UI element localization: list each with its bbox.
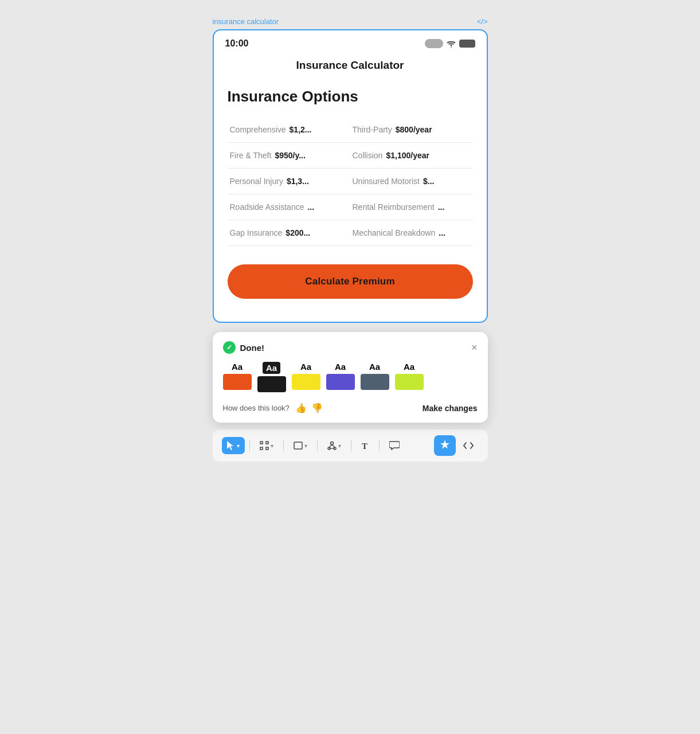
option-uninsured-motorist[interactable]: Uninsured Motorist $... bbox=[350, 169, 473, 194]
theme-aa-label: Aa bbox=[369, 362, 380, 372]
option-roadside-assistance[interactable]: Roadside Assistance ... bbox=[228, 194, 350, 220]
toolbar-divider-3 bbox=[317, 440, 318, 451]
option-name: Roadside Assistance bbox=[230, 202, 304, 212]
option-value: ... bbox=[438, 202, 445, 212]
theme-card-slate[interactable]: Aa bbox=[361, 362, 389, 392]
theme-swatch-orange bbox=[223, 374, 252, 390]
theme-card-lime[interactable]: Aa bbox=[395, 362, 424, 392]
text-tool-button[interactable]: T bbox=[356, 437, 374, 454]
bubble-icon bbox=[389, 441, 400, 450]
theme-swatch-lime bbox=[395, 374, 424, 390]
feedback-question: How does this look? bbox=[223, 404, 290, 412]
theme-card-orange[interactable]: Aa bbox=[223, 362, 252, 392]
option-name: Collision bbox=[353, 151, 383, 160]
option-mechanical-breakdown[interactable]: Mechanical Breakdown ... bbox=[350, 220, 473, 246]
checkmark-icon: ✓ bbox=[226, 343, 232, 352]
theme-card-yellow[interactable]: Aa bbox=[292, 362, 320, 392]
option-rental-reimbursement[interactable]: Rental Reimbursement ... bbox=[350, 194, 473, 220]
option-value: $1,100/year bbox=[386, 151, 429, 160]
option-name: Fire & Theft bbox=[230, 151, 272, 160]
svg-marker-0 bbox=[227, 441, 233, 450]
status-bar: 10:00 bbox=[214, 30, 487, 53]
toolbar-divider-2 bbox=[283, 440, 284, 451]
pen-tool-button[interactable]: ▾ bbox=[322, 437, 346, 454]
rect-tool-button[interactable]: ▾ bbox=[288, 438, 312, 454]
signal-icon bbox=[425, 39, 443, 48]
svg-line-10 bbox=[332, 445, 335, 448]
toolbar-right-group bbox=[434, 435, 479, 456]
option-comprehensive[interactable]: Comprehensive $1,2... bbox=[228, 117, 350, 143]
code-tool-button[interactable] bbox=[458, 438, 479, 454]
svg-rect-1 bbox=[260, 442, 263, 444]
make-changes-button[interactable]: Make changes bbox=[423, 404, 478, 413]
done-text: Done! bbox=[240, 343, 265, 353]
close-button[interactable]: × bbox=[471, 342, 478, 353]
option-value: ... bbox=[439, 228, 445, 237]
option-value: $200... bbox=[286, 228, 310, 237]
option-name: Third-Party bbox=[353, 125, 392, 134]
svg-point-6 bbox=[330, 442, 333, 445]
option-value: $1,3... bbox=[287, 177, 309, 186]
toolbar-divider-1 bbox=[249, 440, 250, 451]
frame-chevron-icon: ▾ bbox=[271, 443, 273, 449]
svg-rect-2 bbox=[266, 442, 268, 444]
rect-chevron-icon: ▾ bbox=[304, 443, 307, 449]
theme-options: Aa Aa Aa Aa Aa bbox=[223, 362, 478, 392]
options-grid: Comprehensive $1,2... Third-Party $800/y… bbox=[228, 117, 473, 246]
option-name: Uninsured Motorist bbox=[353, 177, 420, 186]
rect-icon bbox=[294, 442, 303, 450]
calculate-button[interactable]: Calculate Premium bbox=[228, 264, 473, 299]
text-icon: T bbox=[361, 441, 369, 450]
theme-aa-label: Aa bbox=[300, 362, 311, 372]
option-third-party[interactable]: Third-Party $800/year bbox=[350, 117, 473, 143]
bubble-tool-button[interactable] bbox=[384, 437, 405, 454]
app-content: Insurance Calculator Insurance Options C… bbox=[214, 53, 487, 322]
option-name: Comprehensive bbox=[230, 125, 286, 134]
ai-star-icon bbox=[440, 439, 450, 450]
pen-chevron-icon: ▾ bbox=[338, 443, 341, 449]
pen-icon bbox=[327, 441, 337, 450]
frame-tool-button[interactable]: ▾ bbox=[255, 437, 279, 454]
option-fire-theft[interactable]: Fire & Theft $950/y... bbox=[228, 143, 350, 169]
feedback-row: How does this look? 👍 👎 Make changes bbox=[223, 400, 478, 413]
bottom-toolbar: ▾ ▾ ▾ bbox=[213, 430, 488, 462]
toolbar-left-group: ▾ ▾ ▾ bbox=[222, 437, 405, 454]
toolbar-divider-5 bbox=[379, 440, 380, 451]
workspace: insurance calculator </> 10:00 Insurance… bbox=[213, 17, 488, 462]
theme-card-purple[interactable]: Aa bbox=[326, 362, 355, 392]
option-value: $800/year bbox=[396, 125, 432, 134]
frame-icon bbox=[260, 441, 269, 450]
theme-swatch-purple bbox=[326, 374, 355, 390]
done-badge: ✓ Done! bbox=[223, 341, 265, 354]
frame-label-text: insurance calculator bbox=[213, 17, 279, 26]
ai-tool-button[interactable] bbox=[434, 435, 456, 456]
option-value: $950/y... bbox=[275, 151, 305, 160]
thumbs-up-icon[interactable]: 👍 bbox=[295, 403, 307, 413]
done-check-circle: ✓ bbox=[223, 341, 236, 354]
app-title: Insurance Calculator bbox=[228, 59, 473, 72]
option-name: Gap Insurance bbox=[230, 228, 283, 237]
thumbs-down-icon[interactable]: 👎 bbox=[311, 403, 323, 413]
option-name: Rental Reimbursement bbox=[353, 202, 435, 212]
frame-label-bar: insurance calculator </> bbox=[213, 17, 488, 26]
done-header: ✓ Done! × bbox=[223, 341, 478, 354]
cursor-icon bbox=[227, 441, 235, 450]
theme-swatch-yellow bbox=[292, 374, 320, 390]
section-title: Insurance Options bbox=[228, 88, 473, 106]
option-collision[interactable]: Collision $1,100/year bbox=[350, 143, 473, 169]
status-time: 10:00 bbox=[225, 38, 249, 49]
theme-card-black[interactable]: Aa bbox=[257, 362, 286, 392]
cursor-tool-button[interactable]: ▾ bbox=[222, 437, 245, 454]
battery-icon bbox=[459, 40, 475, 48]
option-gap-insurance[interactable]: Gap Insurance $200... bbox=[228, 220, 350, 246]
theme-swatch-slate bbox=[361, 374, 389, 390]
frame-code-icon[interactable]: </> bbox=[477, 17, 488, 26]
theme-aa-label: Aa bbox=[404, 362, 414, 372]
svg-line-9 bbox=[329, 445, 332, 448]
status-icons bbox=[425, 39, 475, 48]
theme-aa-label: Aa bbox=[335, 362, 346, 372]
done-panel: ✓ Done! × Aa Aa Aa bbox=[213, 332, 488, 423]
option-value: $... bbox=[423, 177, 434, 186]
svg-text:T: T bbox=[362, 442, 367, 450]
option-personal-injury[interactable]: Personal Injury $1,3... bbox=[228, 169, 350, 194]
